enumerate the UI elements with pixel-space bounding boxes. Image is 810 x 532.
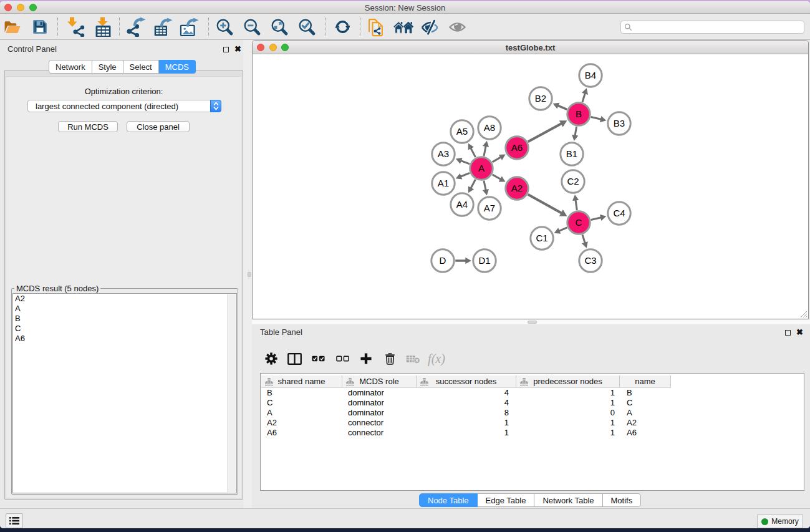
- graph-node-C3[interactable]: C3: [579, 249, 602, 272]
- edge-B-B2[interactable]: [553, 103, 567, 110]
- graph-node-B[interactable]: B: [567, 103, 590, 125]
- edge-A-A6[interactable]: [492, 155, 505, 162]
- vertical-splitter-handle[interactable]: [248, 272, 251, 277]
- network-window-titlebar[interactable]: testGlobe.txt: [253, 41, 808, 54]
- memory-button[interactable]: Memory: [757, 515, 803, 528]
- edge-A2-C[interactable]: [528, 195, 567, 216]
- column-header-predecessor-nodes[interactable]: predecessor nodes: [516, 375, 620, 387]
- edge-C-C3[interactable]: [582, 235, 588, 248]
- mcds-result-item[interactable]: A: [13, 304, 236, 314]
- table-tab-motifs[interactable]: Motifs: [603, 493, 642, 507]
- edge-B-B4[interactable]: [582, 88, 588, 102]
- edge-D-D1[interactable]: [455, 258, 471, 264]
- graph-node-A3[interactable]: A3: [432, 143, 455, 165]
- graph-node-C4[interactable]: C4: [608, 202, 630, 225]
- table-row[interactable]: Cdominator41C: [261, 398, 803, 408]
- edge-A-A2[interactable]: [493, 175, 506, 182]
- control-tab-select[interactable]: Select: [123, 60, 159, 74]
- float-panel-icon[interactable]: [223, 47, 229, 52]
- mcds-result-item[interactable]: A6: [13, 334, 236, 344]
- close-panel-button[interactable]: Close panel: [127, 121, 190, 132]
- graph-node-A5[interactable]: A5: [451, 120, 473, 143]
- horizontal-splitter-handle[interactable]: [528, 321, 537, 324]
- mcds-result-item[interactable]: B: [13, 314, 236, 324]
- graph-node-A[interactable]: A: [470, 157, 493, 180]
- vertical-splitter[interactable]: [243, 40, 252, 508]
- table-tab-node-table[interactable]: Node Table: [419, 493, 478, 507]
- zoom-in-button[interactable]: [214, 16, 236, 38]
- graph-node-A1[interactable]: A1: [432, 172, 455, 195]
- create-new-column-button[interactable]: [357, 351, 375, 366]
- zoom-out-button[interactable]: [241, 16, 264, 38]
- control-tab-network[interactable]: Network: [49, 60, 92, 74]
- edge-A-A3[interactable]: [456, 158, 470, 164]
- mcds-result-list[interactable]: A2ABCA6: [12, 293, 237, 493]
- column-header-MCDS-role[interactable]: MCDS role: [342, 375, 417, 387]
- column-header-shared-name[interactable]: shared name: [261, 375, 342, 387]
- edge-A6-B[interactable]: [528, 120, 567, 142]
- show-column-button[interactable]: [285, 351, 304, 366]
- edge-B-B3[interactable]: [591, 116, 607, 122]
- graph-node-A7[interactable]: A7: [478, 197, 501, 220]
- mcds-result-item[interactable]: A2: [13, 294, 236, 304]
- graph-node-A6[interactable]: A6: [506, 137, 528, 159]
- graph-node-B2[interactable]: B2: [529, 87, 552, 110]
- control-tab-style[interactable]: Style: [92, 60, 123, 74]
- close-table-panel-icon[interactable]: ✖: [796, 329, 803, 336]
- zoom-fit-button[interactable]: [269, 16, 291, 38]
- search-field[interactable]: [620, 21, 804, 34]
- horizontal-splitter[interactable]: [252, 320, 810, 324]
- graph-node-C2[interactable]: C2: [562, 170, 584, 193]
- column-header-successor-nodes[interactable]: successor nodes: [417, 375, 516, 387]
- import-network-button[interactable]: [64, 16, 86, 38]
- unselect-all-columns-button[interactable]: [333, 351, 352, 366]
- edge-A-A7[interactable]: [483, 181, 489, 195]
- mcds-result-item[interactable]: C: [13, 324, 236, 334]
- graph-node-B3[interactable]: B3: [608, 112, 630, 135]
- table-row[interactable]: Adominator80A: [261, 408, 803, 418]
- graph-node-D[interactable]: D: [432, 249, 454, 272]
- edge-A-A8[interactable]: [483, 141, 489, 156]
- edge-C-C4[interactable]: [591, 215, 607, 221]
- edge-A-A4[interactable]: [468, 180, 476, 193]
- table-row[interactable]: A6connector11A6: [261, 428, 803, 438]
- table-tab-edge-table[interactable]: Edge Table: [478, 493, 535, 507]
- resize-grip-icon[interactable]: [799, 310, 808, 318]
- table-options-button[interactable]: [262, 351, 281, 366]
- export-table-button[interactable]: [152, 16, 174, 38]
- float-table-panel-icon[interactable]: [785, 330, 791, 336]
- select-all-columns-button[interactable]: [309, 351, 327, 366]
- new-network-from-selection-button[interactable]: [365, 16, 388, 38]
- import-table-button[interactable]: [92, 16, 114, 38]
- criterion-dropdown[interactable]: largest connected component (directed): [27, 100, 221, 112]
- export-network-button[interactable]: [125, 16, 147, 38]
- edge-A-A1[interactable]: [456, 173, 470, 179]
- control-tab-mcds[interactable]: MCDS: [159, 60, 196, 74]
- graph-node-A2[interactable]: A2: [506, 177, 528, 200]
- delete-columns-button[interactable]: [380, 351, 399, 366]
- zoom-selected-button[interactable]: [296, 16, 319, 38]
- graph-node-C[interactable]: C: [567, 211, 590, 234]
- edge-B-B1[interactable]: [572, 127, 578, 141]
- table-row[interactable]: A2connector11A2: [261, 418, 803, 428]
- graph-node-B1[interactable]: B1: [561, 143, 583, 165]
- graph-node-A4[interactable]: A4: [451, 193, 473, 216]
- graph-node-C1[interactable]: C1: [531, 227, 553, 249]
- close-panel-icon[interactable]: ✖: [234, 46, 241, 52]
- edge-C-C2[interactable]: [572, 195, 579, 210]
- main-titlebar[interactable]: Session: New Session: [0, 1, 810, 14]
- graph-node-D1[interactable]: D1: [473, 249, 496, 272]
- edge-A-A5[interactable]: [468, 143, 476, 157]
- task-history-button[interactable]: [6, 513, 23, 528]
- column-header-name[interactable]: name: [620, 375, 671, 387]
- show-all-button[interactable]: [446, 16, 468, 38]
- table-tab-network-table[interactable]: Network Table: [534, 493, 602, 507]
- first-neighbors-button[interactable]: [392, 16, 415, 38]
- hide-selected-button[interactable]: [418, 16, 441, 38]
- network-canvas[interactable]: AA1A2A3A4A5A6A7A8BB1B2B3B4CC1C2C3C4DD1: [253, 54, 808, 319]
- search-input[interactable]: [632, 22, 804, 32]
- result-list-scrollbar[interactable]: [227, 294, 236, 492]
- export-image-button[interactable]: [178, 16, 201, 38]
- apply-layout-button[interactable]: [331, 16, 354, 38]
- save-session-button[interactable]: [29, 16, 51, 38]
